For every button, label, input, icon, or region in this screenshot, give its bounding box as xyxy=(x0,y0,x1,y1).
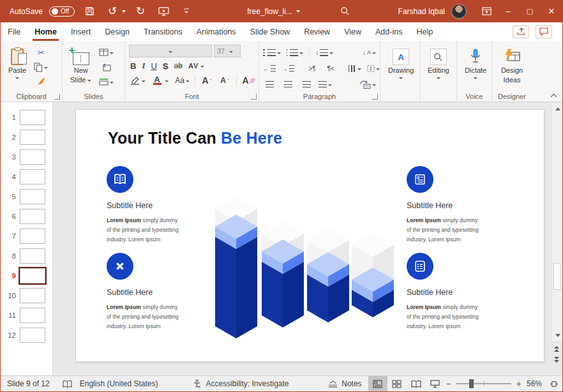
undo-icon[interactable]: ↺ xyxy=(104,4,121,19)
start-presentation-icon[interactable] xyxy=(155,4,172,19)
clipboard-dialog-launcher-icon[interactable] xyxy=(54,94,60,100)
slide-sorter-view-icon[interactable] xyxy=(387,376,407,391)
rtl-direction-button[interactable]: ¶< xyxy=(324,63,337,74)
character-spacing-button[interactable]: AV xyxy=(188,62,199,70)
font-name-combobox[interactable] xyxy=(129,45,212,57)
scroll-up-icon[interactable] xyxy=(552,103,563,114)
slide-thumb-7[interactable]: 7 xyxy=(1,226,52,246)
italic-button[interactable]: I xyxy=(142,61,145,71)
section-icon[interactable] xyxy=(99,76,114,87)
increase-indent-button[interactable]: → xyxy=(282,63,294,74)
copy-icon[interactable] xyxy=(34,61,48,73)
slide-show-view-icon[interactable] xyxy=(426,376,445,391)
format-painter-icon[interactable] xyxy=(34,76,48,87)
slide-editing-area[interactable]: Your Title Can Be Here Subtitle Here Lor… xyxy=(76,110,544,361)
search-icon[interactable] xyxy=(337,4,354,19)
scrollbar-thumb[interactable] xyxy=(553,263,561,290)
tab-review[interactable]: Review xyxy=(297,22,337,41)
accessibility-status[interactable]: Accessibility: Investigate xyxy=(186,376,295,391)
notes-toggle[interactable]: Notes xyxy=(322,376,368,391)
convert-to-smartart-button[interactable] xyxy=(359,79,376,90)
drawing-button[interactable]: A Drawing xyxy=(384,45,417,90)
line-spacing-button[interactable]: ↕ xyxy=(315,47,333,58)
columns-button[interactable] xyxy=(349,63,361,74)
new-slide-button[interactable]: New Slide xyxy=(66,45,95,90)
reset-slide-icon[interactable] xyxy=(99,61,114,73)
quick-access-more-icon[interactable] xyxy=(178,4,195,19)
vertical-scrollbar[interactable] xyxy=(552,103,562,341)
document-title[interactable]: free_flow_li... xyxy=(247,7,300,16)
ltr-direction-button[interactable]: >¶ xyxy=(306,63,319,74)
close-button[interactable]: ✕ xyxy=(541,0,562,22)
tab-help[interactable]: Help xyxy=(409,22,440,41)
align-right-button[interactable] xyxy=(300,79,313,90)
cut-icon[interactable]: ✂ xyxy=(34,47,48,58)
user-name[interactable]: Farshad Iqbal xyxy=(398,7,445,16)
collapse-ribbon-icon[interactable] xyxy=(550,91,557,99)
slide-layout-icon[interactable] xyxy=(99,47,114,58)
share-icon[interactable] xyxy=(513,26,529,38)
text-highlight-icon[interactable] xyxy=(130,75,146,86)
next-slide-icon[interactable] xyxy=(554,357,559,363)
slide-thumb-5[interactable]: 5 xyxy=(1,186,52,206)
justify-button[interactable] xyxy=(319,79,332,90)
editing-button[interactable]: Editing xyxy=(424,45,453,90)
feature-block-bottom-left[interactable]: Subtitle Here Lorem Ipsum simply dummy o… xyxy=(107,253,207,331)
slide-thumb-3[interactable]: 3 xyxy=(1,147,52,167)
reading-view-icon[interactable] xyxy=(407,376,426,391)
slide-thumb-6[interactable]: 6 xyxy=(1,206,52,226)
autosave-toggle[interactable]: Off xyxy=(49,6,75,17)
decrease-indent-button[interactable]: ← xyxy=(263,63,276,74)
bold-button[interactable]: B xyxy=(130,61,136,71)
change-case-button[interactable]: Aa xyxy=(175,75,190,86)
bullets-button[interactable] xyxy=(263,47,281,58)
normal-view-icon[interactable] xyxy=(368,376,387,391)
align-left-button[interactable] xyxy=(263,79,276,90)
clear-formatting-button[interactable]: A xyxy=(242,75,255,86)
text-shadow-button[interactable]: S xyxy=(163,61,169,71)
previous-slide-icon[interactable] xyxy=(554,346,559,352)
design-ideas-button[interactable]: Design Ideas xyxy=(497,45,527,90)
slide-thumb-9-selected[interactable]: 9 xyxy=(1,266,52,285)
slide-thumb-11[interactable]: 11 xyxy=(1,305,52,325)
feature-block-bottom-right[interactable]: Subtitle Here Lorem Ipsum simply dummy o… xyxy=(407,253,507,331)
zoom-level[interactable]: 56% xyxy=(523,376,546,391)
slide-thumb-2[interactable]: 2 xyxy=(1,127,52,147)
font-dialog-launcher-icon[interactable] xyxy=(251,94,257,100)
spell-check-icon[interactable] xyxy=(56,376,79,391)
paste-button[interactable]: Paste xyxy=(4,45,30,90)
comments-icon[interactable] xyxy=(536,26,552,38)
minimize-button[interactable]: – xyxy=(497,0,519,22)
slide-thumb-10[interactable]: 10 xyxy=(1,285,52,305)
tab-file[interactable]: File xyxy=(1,22,27,41)
slide-thumb-4[interactable]: 4 xyxy=(1,167,52,186)
slide-thumb-1[interactable]: 1 xyxy=(1,107,52,127)
save-icon[interactable] xyxy=(81,4,98,19)
zoom-slider-thumb[interactable] xyxy=(469,379,474,388)
dictate-button[interactable]: Dictate xyxy=(461,45,490,90)
tab-add-ins[interactable]: Add-ins xyxy=(368,22,409,41)
tab-transitions[interactable]: Transitions xyxy=(137,22,190,41)
slide-thumb-8[interactable]: 8 xyxy=(1,246,52,266)
slide-indicator[interactable]: Slide 9 of 12 xyxy=(1,376,56,391)
character-spacing-dropdown-icon[interactable] xyxy=(200,66,204,68)
align-center-button[interactable] xyxy=(282,79,294,90)
tab-view[interactable]: View xyxy=(337,22,368,41)
shrink-font-button[interactable]: Aˇ xyxy=(218,75,231,86)
font-size-combobox[interactable]: 37 xyxy=(214,45,241,57)
maximize-button[interactable]: ▢ xyxy=(519,0,541,22)
font-color-button[interactable]: A xyxy=(151,75,163,86)
strikethrough-button[interactable]: ab xyxy=(174,61,183,70)
redo-icon[interactable]: ↻ xyxy=(132,4,149,19)
align-text-button[interactable] xyxy=(367,63,380,74)
tab-animations[interactable]: Animations xyxy=(190,22,243,41)
feature-block-top-left[interactable]: Subtitle Here Lorem Ipsum simply dummy o… xyxy=(107,166,207,245)
text-sort-button[interactable]: ↓A xyxy=(363,47,376,58)
scroll-down-icon[interactable] xyxy=(552,330,563,341)
tab-slide-show[interactable]: Slide Show xyxy=(243,22,297,41)
tab-insert[interactable]: Insert xyxy=(64,22,98,41)
tab-home[interactable]: Home xyxy=(27,22,64,41)
paragraph-dialog-launcher-icon[interactable] xyxy=(372,94,378,100)
underline-button[interactable]: U xyxy=(151,61,156,71)
tab-design[interactable]: Design xyxy=(98,22,137,41)
